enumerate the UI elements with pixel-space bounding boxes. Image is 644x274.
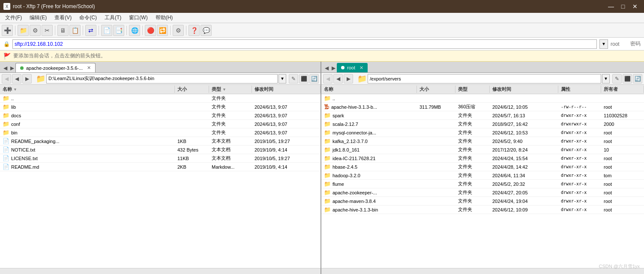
left-file-row[interactable]: 📄README_packaging... 1KB 文本文档 2019/10/5,…	[0, 137, 321, 146]
right-tab-next[interactable]: ▶	[330, 64, 337, 72]
menu-help[interactable]: 帮助(H)	[152, 13, 177, 22]
address-field[interactable]	[12, 39, 597, 49]
left-file-list: 名称 ▼ 大小 类型 ▼ 修改时间 📁.. 文件夹 📁lib 文件夹 2024/…	[0, 85, 321, 268]
right-path-field[interactable]	[368, 74, 601, 83]
toolbar-btn-2[interactable]: 📁	[18, 25, 29, 36]
left-col-modified[interactable]: 修改时间	[252, 86, 321, 93]
right-file-row[interactable]: 📁spark 文件夹 2024/5/7, 16:13 drwxr-xr-x 11…	[321, 111, 644, 120]
left-file-row[interactable]: 📁bin 文件夹 2024/6/13, 9:07	[0, 128, 321, 137]
right-hscroll[interactable]	[321, 268, 644, 274]
left-tab-next[interactable]: ▶	[9, 64, 15, 72]
toolbar-btn-8[interactable]: 📑	[113, 25, 124, 36]
left-hscroll[interactable]	[0, 268, 321, 274]
chat-button[interactable]: 💬	[201, 25, 212, 36]
left-path-dropdown[interactable]: ▼	[279, 74, 286, 83]
left-action-btn-1[interactable]: ✎	[289, 74, 298, 83]
menu-view[interactable]: 查看(V)	[51, 13, 75, 22]
address-dropdown[interactable]: ▼	[599, 39, 608, 49]
close-button[interactable]: ✕	[629, 2, 641, 11]
right-file-row[interactable]: 📁jdk1.8.0_161 文件夹 2017/12/20, 8:24 drwxr…	[321, 146, 644, 154]
right-col-type[interactable]: 类型	[455, 86, 490, 93]
right-file-row[interactable]: 🗜apache-hive-3.1.3-b... 311.79MB 360压缩 2…	[321, 103, 644, 111]
right-file-row[interactable]: 📁idea-IC-211.7628.21 文件夹 2024/4/24, 15:5…	[321, 154, 644, 163]
folder-icon: 📁	[324, 138, 331, 144]
toolbar-btn-7[interactable]: 📄	[101, 25, 112, 36]
menu-tools[interactable]: 工具(T)	[101, 13, 125, 22]
right-col-name[interactable]: 名称	[321, 86, 417, 93]
right-tab-active[interactable]: root ✕	[337, 63, 368, 72]
toolbar-sep-2	[55, 26, 55, 35]
left-tab-prev[interactable]: ◀	[2, 64, 9, 72]
right-file-row[interactable]: 📁kafka_2.12-3.7.0 文件夹 2024/5/2, 9:40 drw…	[321, 137, 644, 146]
left-file-row[interactable]: 📁.. 文件夹	[0, 94, 321, 103]
toolbar-btn-3[interactable]: ⚙	[30, 25, 41, 36]
left-file-row[interactable]: 📄README.md 2KB Markdow... 2019/10/9, 4:1…	[0, 163, 321, 171]
right-file-row[interactable]: 📁scala-2.12.7 文件夹 2018/9/27, 16:42 drwxr…	[321, 120, 644, 128]
left-back-btn[interactable]: ◀	[2, 74, 11, 83]
menu-edit[interactable]: 编辑(E)	[26, 13, 50, 22]
right-col-owner[interactable]: 所有者	[601, 86, 644, 93]
right-file-row[interactable]: 📁apache-zookeeper-... 文件夹 2024/4/27, 20:…	[321, 188, 644, 197]
right-action-btn-1[interactable]: ✎	[612, 74, 622, 83]
right-path-dropdown[interactable]: ▼	[602, 74, 610, 83]
left-forward-btn[interactable]: ▶	[22, 74, 32, 83]
left-back-btn2[interactable]: ◀	[12, 74, 21, 83]
right-file-row[interactable]: 📁hbase-2.4.5 文件夹 2024/4/28, 14:42 drwxr-…	[321, 163, 644, 171]
folder-icon: 📁	[324, 198, 331, 204]
folder-icon: 📁	[324, 112, 331, 119]
maximize-button[interactable]: □	[617, 2, 629, 11]
left-file-row[interactable]: 📁conf 文件夹 2024/6/13, 9:07	[0, 120, 321, 128]
left-file-row[interactable]: 📄LICENSE.txt 11KB 文本文档 2019/10/5, 19:27	[0, 154, 321, 163]
disconnect-button[interactable]: 🔴	[145, 25, 156, 36]
right-cell-attr: drwxr-xr-x	[558, 164, 601, 170]
right-cell-owner: root	[601, 190, 644, 196]
right-file-row[interactable]: 📁..	[321, 94, 644, 103]
reconnect-button[interactable]: 🔁	[157, 25, 168, 36]
right-file-row[interactable]: 📁apache-maven-3.8.4 文件夹 2024/4/24, 19:04…	[321, 197, 644, 206]
right-back-btn[interactable]: ◀	[323, 74, 332, 83]
right-forward-btn[interactable]: ▶	[344, 74, 353, 83]
right-cell-modified: 2018/9/27, 16:42	[490, 121, 558, 127]
right-refresh-btn[interactable]: 🔄	[633, 74, 642, 83]
left-col-name[interactable]: 名称 ▼	[0, 86, 175, 93]
right-back-btn2[interactable]: ◀	[333, 74, 343, 83]
new-connection-button[interactable]: ➕	[2, 25, 13, 36]
right-file-row[interactable]: 📁mysql-connector-ja... 文件夹 2024/6/12, 10…	[321, 128, 644, 137]
toolbar-btn-4[interactable]: ✂	[42, 25, 53, 36]
right-home-btn[interactable]: ⬛	[623, 74, 632, 83]
right-cell-type: 360压缩	[455, 103, 490, 110]
left-tab-close[interactable]: ✕	[87, 65, 91, 71]
right-col-size[interactable]: 大小	[417, 86, 455, 93]
web-button[interactable]: 🌐	[129, 25, 140, 36]
help-button[interactable]: ❓	[189, 25, 200, 36]
left-home-btn[interactable]: ⬛	[299, 74, 309, 83]
settings-button[interactable]: ⚙	[173, 25, 184, 36]
right-file-row[interactable]: 📁apache-hive-3.1.3-bin 文件夹 2024/6/12, 10…	[321, 206, 644, 214]
menu-command[interactable]: 命令(C)	[76, 13, 100, 22]
left-refresh-btn[interactable]: 🔄	[309, 74, 319, 83]
right-file-row[interactable]: 📁flume 文件夹 2024/5/2, 20:32 drwxr-xr-x ro…	[321, 180, 644, 188]
right-col-attr[interactable]: 属性	[558, 86, 601, 93]
menu-window[interactable]: 窗口(W)	[126, 13, 151, 22]
left-file-row[interactable]: 📄NOTICE.txt 432 Bytes 文本文档 2019/10/9, 4:…	[0, 146, 321, 154]
left-col-size[interactable]: 大小	[175, 86, 209, 93]
toolbar-btn-6[interactable]: 📋	[69, 25, 81, 36]
left-file-row[interactable]: 📁lib 文件夹 2024/6/13, 9:07	[0, 103, 321, 111]
left-path-field[interactable]	[46, 74, 278, 83]
left-file-row[interactable]: 📁docs 文件夹 2024/6/13, 9:07	[0, 111, 321, 120]
toolbar-btn-5[interactable]: 🖥	[57, 25, 69, 36]
right-cell-size	[417, 132, 455, 133]
right-file-row[interactable]: 📁hadoop-3.2.0 文件夹 2024/6/4, 11:34 drwxr-…	[321, 171, 644, 180]
left-col-type[interactable]: 类型 ▼	[209, 86, 252, 93]
right-tab-prev[interactable]: ◀	[323, 64, 330, 72]
parent-icon: 📁	[324, 95, 331, 101]
right-col-modified[interactable]: 修改时间	[490, 86, 558, 93]
left-tab-active[interactable]: apache-zookeeper-3.5.6-... ✕	[15, 63, 96, 72]
right-cell-attr: drwxr-xr-x	[558, 181, 601, 187]
right-tab-close[interactable]: ✕	[359, 65, 363, 71]
minimize-button[interactable]: —	[605, 2, 617, 11]
left-cell-type: 文本文档	[209, 146, 252, 153]
right-cell-size	[417, 158, 455, 159]
menu-file[interactable]: 文件(F)	[2, 13, 25, 22]
transfer-left-button[interactable]: ⇄	[85, 25, 96, 36]
